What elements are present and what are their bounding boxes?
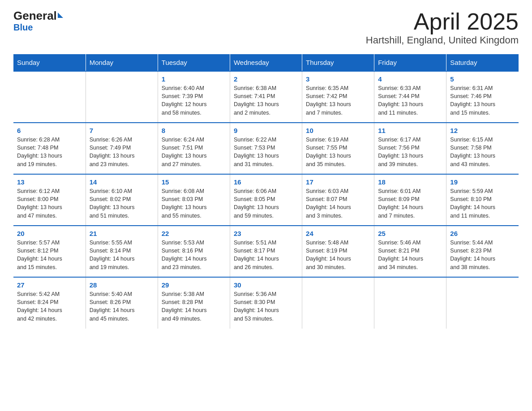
calendar-cell: 15Sunrise: 6:08 AM Sunset: 8:03 PM Dayli… (158, 174, 230, 226)
day-number: 3 (306, 75, 370, 83)
col-header-friday: Friday (374, 54, 446, 71)
day-info: Sunrise: 5:59 AM Sunset: 8:10 PM Dayligh… (450, 187, 515, 220)
calendar-cell: 17Sunrise: 6:03 AM Sunset: 8:07 PM Dayli… (302, 174, 374, 226)
day-info: Sunrise: 6:01 AM Sunset: 8:09 PM Dayligh… (378, 187, 442, 220)
day-number: 15 (162, 178, 226, 186)
day-number: 17 (306, 178, 370, 186)
calendar-week-row: 1Sunrise: 6:40 AM Sunset: 7:39 PM Daylig… (13, 71, 519, 123)
calendar-cell: 6Sunrise: 6:28 AM Sunset: 7:48 PM Daylig… (13, 123, 86, 174)
col-header-wednesday: Wednesday (230, 54, 302, 71)
day-number: 1 (162, 75, 226, 83)
day-number: 9 (234, 127, 298, 134)
calendar-cell (13, 71, 86, 123)
calendar-cell (374, 277, 446, 329)
calendar-table: SundayMondayTuesdayWednesdayThursdayFrid… (13, 54, 519, 329)
day-info: Sunrise: 6:31 AM Sunset: 7:46 PM Dayligh… (450, 84, 515, 117)
logo-blue-text: Blue (13, 23, 33, 32)
day-number: 29 (162, 281, 226, 289)
day-info: Sunrise: 5:55 AM Sunset: 8:14 PM Dayligh… (90, 239, 154, 271)
calendar-week-row: 27Sunrise: 5:42 AM Sunset: 8:24 PM Dayli… (13, 277, 519, 329)
calendar-cell: 25Sunrise: 5:46 AM Sunset: 8:21 PM Dayli… (374, 226, 446, 277)
page-title: April 2025 (366, 9, 519, 34)
day-info: Sunrise: 6:03 AM Sunset: 8:07 PM Dayligh… (306, 187, 370, 220)
day-number: 24 (306, 230, 370, 237)
calendar-cell: 3Sunrise: 6:35 AM Sunset: 7:42 PM Daylig… (302, 71, 374, 123)
day-number: 19 (450, 178, 515, 186)
calendar-week-row: 6Sunrise: 6:28 AM Sunset: 7:48 PM Daylig… (13, 123, 519, 174)
day-info: Sunrise: 5:51 AM Sunset: 8:17 PM Dayligh… (234, 239, 298, 271)
day-number: 21 (90, 230, 154, 237)
day-number: 11 (378, 127, 442, 134)
logo-general-text: General (13, 9, 57, 23)
day-info: Sunrise: 6:10 AM Sunset: 8:02 PM Dayligh… (90, 187, 154, 220)
day-number: 26 (450, 230, 515, 237)
day-info: Sunrise: 6:28 AM Sunset: 7:48 PM Dayligh… (17, 136, 82, 168)
day-info: Sunrise: 5:42 AM Sunset: 8:24 PM Dayligh… (17, 290, 82, 323)
calendar-cell: 26Sunrise: 5:44 AM Sunset: 8:23 PM Dayli… (446, 226, 519, 277)
calendar-cell: 14Sunrise: 6:10 AM Sunset: 8:02 PM Dayli… (86, 174, 158, 226)
calendar-cell: 12Sunrise: 6:15 AM Sunset: 7:58 PM Dayli… (446, 123, 519, 174)
day-info: Sunrise: 5:38 AM Sunset: 8:28 PM Dayligh… (162, 290, 226, 323)
day-info: Sunrise: 6:35 AM Sunset: 7:42 PM Dayligh… (306, 84, 370, 117)
day-number: 10 (306, 127, 370, 134)
calendar-cell (446, 277, 519, 329)
calendar-cell: 21Sunrise: 5:55 AM Sunset: 8:14 PM Dayli… (86, 226, 158, 277)
day-info: Sunrise: 6:08 AM Sunset: 8:03 PM Dayligh… (162, 187, 226, 220)
day-number: 13 (17, 178, 82, 186)
day-number: 4 (378, 75, 442, 83)
day-number: 12 (450, 127, 515, 134)
day-info: Sunrise: 6:33 AM Sunset: 7:44 PM Dayligh… (378, 84, 442, 117)
day-number: 20 (17, 230, 82, 237)
calendar-cell: 16Sunrise: 6:06 AM Sunset: 8:05 PM Dayli… (230, 174, 302, 226)
day-info: Sunrise: 6:22 AM Sunset: 7:53 PM Dayligh… (234, 136, 298, 168)
day-info: Sunrise: 6:15 AM Sunset: 7:58 PM Dayligh… (450, 136, 515, 168)
calendar-cell: 27Sunrise: 5:42 AM Sunset: 8:24 PM Dayli… (13, 277, 86, 329)
day-number: 5 (450, 75, 515, 83)
day-number: 14 (90, 178, 154, 186)
day-number: 30 (234, 281, 298, 289)
col-header-monday: Monday (86, 54, 158, 71)
col-header-tuesday: Tuesday (158, 54, 230, 71)
calendar-week-row: 20Sunrise: 5:57 AM Sunset: 8:12 PM Dayli… (13, 226, 519, 277)
calendar-header-row: SundayMondayTuesdayWednesdayThursdayFrid… (13, 54, 519, 71)
day-number: 23 (234, 230, 298, 237)
day-info: Sunrise: 5:46 AM Sunset: 8:21 PM Dayligh… (378, 239, 442, 271)
day-info: Sunrise: 5:40 AM Sunset: 8:26 PM Dayligh… (90, 290, 154, 323)
day-info: Sunrise: 5:48 AM Sunset: 8:19 PM Dayligh… (306, 239, 370, 271)
calendar-cell: 1Sunrise: 6:40 AM Sunset: 7:39 PM Daylig… (158, 71, 230, 123)
calendar-cell: 2Sunrise: 6:38 AM Sunset: 7:41 PM Daylig… (230, 71, 302, 123)
day-info: Sunrise: 6:17 AM Sunset: 7:56 PM Dayligh… (378, 136, 442, 168)
day-number: 27 (17, 281, 82, 289)
calendar-cell: 4Sunrise: 6:33 AM Sunset: 7:44 PM Daylig… (374, 71, 446, 123)
logo: General Blue (13, 9, 63, 32)
calendar-cell: 5Sunrise: 6:31 AM Sunset: 7:46 PM Daylig… (446, 71, 519, 123)
day-info: Sunrise: 6:06 AM Sunset: 8:05 PM Dayligh… (234, 187, 298, 220)
day-number: 8 (162, 127, 226, 134)
calendar-cell: 19Sunrise: 5:59 AM Sunset: 8:10 PM Dayli… (446, 174, 519, 226)
day-info: Sunrise: 5:57 AM Sunset: 8:12 PM Dayligh… (17, 239, 82, 271)
day-info: Sunrise: 5:36 AM Sunset: 8:30 PM Dayligh… (234, 290, 298, 323)
calendar-cell: 24Sunrise: 5:48 AM Sunset: 8:19 PM Dayli… (302, 226, 374, 277)
day-info: Sunrise: 6:24 AM Sunset: 7:51 PM Dayligh… (162, 136, 226, 168)
title-block: April 2025 Hartshill, England, United Ki… (366, 9, 519, 46)
calendar-cell (86, 71, 158, 123)
page-header: General Blue April 2025 Hartshill, Engla… (13, 9, 519, 46)
day-number: 22 (162, 230, 226, 237)
calendar-week-row: 13Sunrise: 6:12 AM Sunset: 8:00 PM Dayli… (13, 174, 519, 226)
calendar-cell: 13Sunrise: 6:12 AM Sunset: 8:00 PM Dayli… (13, 174, 86, 226)
day-number: 25 (378, 230, 442, 237)
calendar-cell (302, 277, 374, 329)
calendar-cell: 9Sunrise: 6:22 AM Sunset: 7:53 PM Daylig… (230, 123, 302, 174)
page-subtitle: Hartshill, England, United Kingdom (366, 34, 519, 46)
day-info: Sunrise: 6:40 AM Sunset: 7:39 PM Dayligh… (162, 84, 226, 117)
calendar-cell: 23Sunrise: 5:51 AM Sunset: 8:17 PM Dayli… (230, 226, 302, 277)
day-number: 16 (234, 178, 298, 186)
col-header-sunday: Sunday (13, 54, 86, 71)
day-info: Sunrise: 6:26 AM Sunset: 7:49 PM Dayligh… (90, 136, 154, 168)
calendar-cell: 11Sunrise: 6:17 AM Sunset: 7:56 PM Dayli… (374, 123, 446, 174)
day-info: Sunrise: 6:12 AM Sunset: 8:00 PM Dayligh… (17, 187, 82, 220)
day-number: 18 (378, 178, 442, 186)
day-info: Sunrise: 5:44 AM Sunset: 8:23 PM Dayligh… (450, 239, 515, 271)
calendar-cell: 7Sunrise: 6:26 AM Sunset: 7:49 PM Daylig… (86, 123, 158, 174)
calendar-cell: 22Sunrise: 5:53 AM Sunset: 8:16 PM Dayli… (158, 226, 230, 277)
